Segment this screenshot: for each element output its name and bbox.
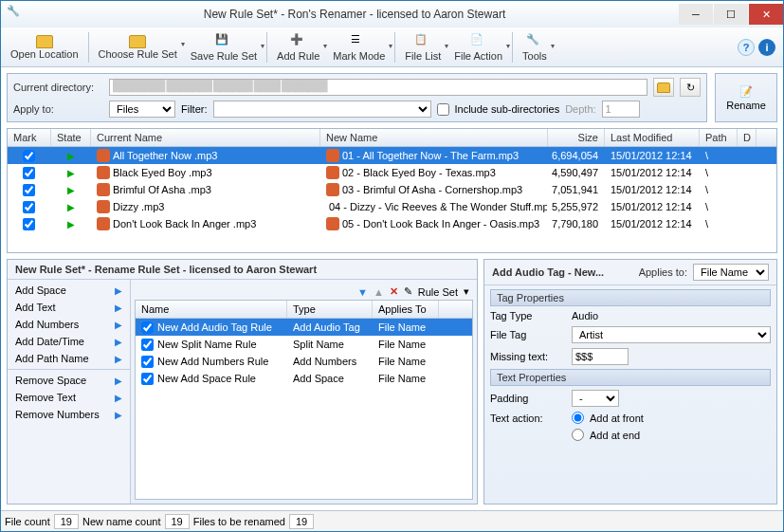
- table-row[interactable]: ▶Black Eyed Boy .mp302 - Black Eyed Boy …: [8, 164, 776, 181]
- info-icon[interactable]: i: [758, 39, 775, 56]
- rule-checkbox[interactable]: [141, 373, 154, 385]
- missing-text-label: Missing text:: [490, 351, 566, 362]
- open-location-button[interactable]: Open Location: [5, 33, 84, 62]
- status-bar: File count 19 New name count 19 Files to…: [1, 510, 783, 531]
- table-row[interactable]: ▶Don't Look Back In Anger .mp305 - Don't…: [8, 215, 776, 232]
- table-row[interactable]: ▶All Together Now .mp301 - All Together …: [8, 147, 776, 164]
- mark-checkbox[interactable]: [23, 218, 35, 230]
- file-list-button[interactable]: 📋File List▾: [399, 31, 447, 64]
- add-end-radio[interactable]: [572, 429, 584, 441]
- rename-button[interactable]: 📝 Rename: [715, 73, 777, 122]
- text-properties-header: Text Properties: [490, 369, 771, 386]
- col-rule-applies[interactable]: Applies To: [373, 301, 439, 318]
- rule-row[interactable]: New Add Audio Tag RuleAdd Audio TagFile …: [136, 319, 472, 336]
- rule-type: Add Audio Tag: [287, 321, 373, 333]
- new-name: 02 - Black Eyed Boy - Texas.mp3: [342, 167, 496, 178]
- tools-button[interactable]: 🔧Tools▾: [517, 31, 553, 64]
- rule-name: New Add Numbers Rule: [157, 356, 268, 367]
- chevron-right-icon: ▶: [115, 337, 122, 347]
- sidebar-remove-space[interactable]: Remove Space▶: [8, 372, 130, 389]
- move-down-icon[interactable]: ▼: [357, 286, 368, 298]
- audio-icon: [326, 217, 339, 230]
- sidebar-remove-numbers[interactable]: Remove Numbers▶: [8, 406, 130, 423]
- sidebar-add-datetime[interactable]: Add Date/Time▶: [8, 333, 130, 350]
- close-button[interactable]: ✕: [749, 4, 783, 25]
- choose-rule-set-button[interactable]: Choose Rule Set▾: [93, 33, 183, 62]
- mark-checkbox[interactable]: [23, 184, 35, 196]
- file-count-label: File count: [5, 516, 50, 527]
- rename-icon: 📝: [739, 85, 753, 98]
- padding-select[interactable]: -: [572, 390, 619, 407]
- audio-icon: [97, 166, 110, 179]
- size: 7,790,180: [548, 218, 605, 229]
- add-front-radio[interactable]: [572, 412, 584, 424]
- folder-icon: [36, 35, 53, 48]
- rule-checkbox[interactable]: [141, 356, 154, 368]
- current-dir-label: Current directory:: [13, 82, 103, 93]
- sidebar-add-space[interactable]: Add Space▶: [8, 282, 130, 299]
- save-rule-set-button[interactable]: 💾Save Rule Set▾: [185, 31, 263, 64]
- audio-icon: [326, 149, 339, 162]
- current-name: All Together Now .mp3: [113, 150, 217, 161]
- col-size[interactable]: Size: [548, 129, 605, 146]
- audio-icon: [326, 166, 339, 179]
- mark-checkbox[interactable]: [23, 167, 35, 179]
- rule-checkbox[interactable]: [141, 321, 154, 334]
- rules-table: Name Type Applies To New Add Audio Tag R…: [135, 300, 473, 500]
- applies-to-select[interactable]: File Name: [693, 264, 769, 281]
- maximize-button[interactable]: ☐: [714, 4, 748, 25]
- move-up-icon[interactable]: ▲: [374, 286, 384, 298]
- mark-checkbox[interactable]: [23, 201, 35, 213]
- rule-type: Add Space: [287, 373, 373, 384]
- rule-row[interactable]: New Add Space RuleAdd SpaceFile Name: [136, 370, 472, 387]
- rule-row[interactable]: New Split Name RuleSplit NameFile Name: [136, 336, 472, 353]
- padding-label: Padding: [490, 393, 566, 404]
- minimize-button[interactable]: ─: [679, 4, 713, 25]
- col-state[interactable]: State: [51, 129, 91, 146]
- chevron-right-icon: ▶: [115, 393, 122, 403]
- include-sub-checkbox[interactable]: [437, 103, 449, 116]
- rule-set-label[interactable]: Rule Set: [418, 286, 458, 298]
- chevron-right-icon: ▶: [115, 354, 122, 364]
- col-path[interactable]: Path: [700, 129, 738, 146]
- rule-row[interactable]: New Add Numbers RuleAdd NumbersFile Name: [136, 353, 472, 370]
- col-current-name[interactable]: Current Name: [91, 129, 320, 146]
- add-rule-button[interactable]: ➕Add Rule▾: [271, 31, 325, 64]
- apply-to-select[interactable]: Files: [109, 101, 175, 118]
- new-count-value: 19: [165, 514, 190, 529]
- edit-icon[interactable]: ✎: [404, 285, 412, 298]
- chevron-down-icon[interactable]: ▾: [464, 285, 469, 298]
- file-tag-select[interactable]: Artist: [572, 326, 771, 343]
- mark-checkbox[interactable]: [23, 150, 35, 162]
- rule-name: New Add Space Rule: [157, 373, 256, 384]
- modified: 15/01/2012 12:14: [605, 167, 700, 178]
- missing-text-input[interactable]: [572, 348, 629, 365]
- path: \: [700, 167, 738, 178]
- save-icon: 💾: [215, 33, 232, 50]
- sidebar-add-path[interactable]: Add Path Name▶: [8, 350, 130, 367]
- file-action-button[interactable]: 📄File Action▾: [448, 31, 508, 64]
- sidebar-add-text[interactable]: Add Text▶: [8, 299, 130, 316]
- col-rule-type[interactable]: Type: [287, 301, 373, 318]
- col-rule-name[interactable]: Name: [136, 301, 287, 318]
- rule-checkbox[interactable]: [141, 339, 154, 351]
- current-name: Black Eyed Boy .mp3: [113, 167, 212, 178]
- browse-button[interactable]: [653, 78, 674, 97]
- depth-input: [602, 101, 640, 118]
- col-d[interactable]: D: [738, 129, 757, 146]
- sidebar-remove-text[interactable]: Remove Text▶: [8, 389, 130, 406]
- current-name: Dizzy .mp3: [113, 201, 164, 212]
- current-dir-input[interactable]: ████████ ███████ ██████ ████ ███████: [109, 79, 647, 96]
- file-tag-label: File Tag: [490, 329, 566, 340]
- help-icon[interactable]: ?: [738, 39, 755, 56]
- mark-mode-button[interactable]: ☰Mark Mode▾: [327, 31, 391, 64]
- filter-select[interactable]: [213, 101, 431, 118]
- col-modified[interactable]: Last Modified: [605, 129, 700, 146]
- table-row[interactable]: ▶Brimful Of Asha .mp303 - Brimful Of Ash…: [8, 181, 776, 198]
- sidebar-add-numbers[interactable]: Add Numbers▶: [8, 316, 130, 333]
- col-mark[interactable]: Mark: [8, 129, 51, 146]
- col-new-name[interactable]: New Name: [320, 129, 548, 146]
- delete-rule-icon[interactable]: ✕: [390, 285, 398, 298]
- refresh-button[interactable]: ↻: [680, 78, 701, 97]
- table-row[interactable]: ▶Dizzy .mp304 - Dizzy - Vic Reeves & The…: [8, 198, 776, 215]
